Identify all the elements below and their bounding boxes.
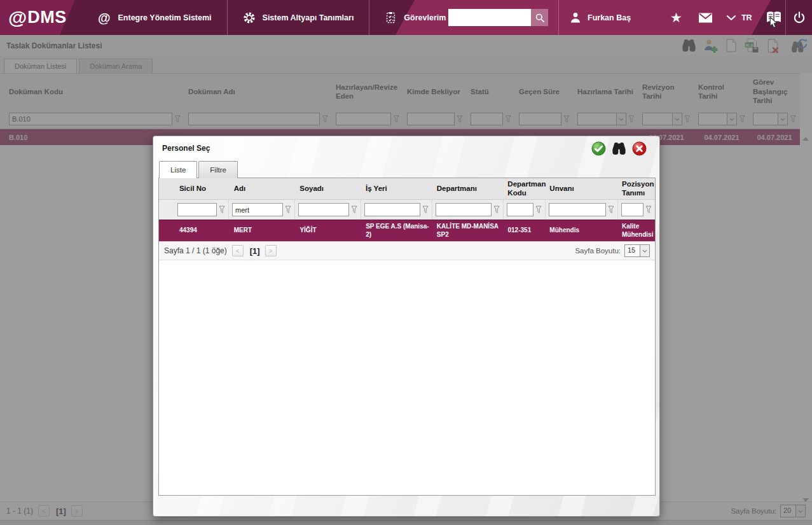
funnel-icon[interactable]: [219, 206, 225, 214]
pager-info: Sayfa 1 / 1 (1 öğe): [164, 246, 227, 255]
close-button[interactable]: [632, 141, 647, 156]
binoculars-icon: [612, 142, 626, 155]
column-header[interactable]: Pozisyon Tanımı: [618, 180, 655, 198]
page-size-label: Sayfa Boyutu:: [575, 247, 621, 255]
pager-prev-button[interactable]: <: [232, 245, 244, 256]
menu-item-label: Entegre Yönetim Sistemi: [118, 13, 212, 22]
dialog-footer: [153, 495, 659, 516]
tab-liste[interactable]: Liste: [159, 161, 197, 178]
topbar-separator: [558, 0, 559, 35]
funnel-icon[interactable]: [535, 206, 542, 214]
cell-departman-kodu: 012-351: [504, 227, 546, 235]
filter-cell-sicil-no: [174, 200, 229, 220]
language-label[interactable]: TR: [741, 13, 752, 22]
funnel-icon[interactable]: [285, 206, 291, 214]
personel-pager: Sayfa 1 / 1 (1 öğe) < [1] > Sayfa Boyutu…: [159, 241, 655, 260]
personel-grid-header: Sicil No Adı Soyadı İş Yeri Departmanı D…: [159, 178, 655, 200]
filter-input-departman-kodu[interactable]: [507, 203, 533, 216]
cell-pozisyon-tanimi: Kalite Mühendisi: [618, 223, 655, 239]
dialog-search-button[interactable]: [612, 141, 626, 156]
cell-is-yeri: SP EGE A.S (Manisa-2): [362, 223, 433, 239]
star-icon[interactable]: ★: [670, 11, 682, 24]
tab-filtre[interactable]: Filtre: [198, 161, 238, 178]
page-size-select[interactable]: 15: [624, 244, 650, 257]
topbar-menu: @ Entegre Yönetim Sistemi Sistem Altyapı…: [83, 0, 461, 35]
personel-sec-dialog: Personel Seç Liste Filtre Sicil No: [153, 136, 660, 517]
red-close-icon: [632, 141, 647, 156]
logout-button[interactable]: [785, 0, 812, 35]
select-arrow-icon: [640, 245, 649, 256]
menu-item-gorevlerim[interactable]: Görevlerim: [369, 0, 461, 35]
cell-soyadi: YİĞİT: [296, 227, 362, 235]
qdms-app: @ DMS @ Entegre Yönetim Sistemi Sistem A…: [0, 0, 812, 525]
column-header[interactable]: Sicil No: [175, 185, 230, 193]
filter-cell-is-yeri: [361, 200, 432, 220]
filter-input-is-yeri[interactable]: [364, 203, 420, 216]
cell-unvani: Mühendis: [546, 227, 618, 235]
gear-icon: [243, 11, 256, 24]
dialog-tabs: Liste Filtre: [159, 161, 238, 178]
cell-adi: MERT: [230, 227, 296, 235]
global-search-input[interactable]: [448, 9, 531, 26]
magnifier-icon: [535, 13, 545, 23]
page-size-value: 15: [625, 245, 640, 256]
filter-input-departmani[interactable]: [436, 203, 492, 216]
topbar-user-area: Furkan Baş ★ TR: [558, 0, 752, 35]
funnel-icon[interactable]: [608, 206, 614, 214]
tasks-clipboard-icon: [385, 11, 397, 24]
person-icon: [569, 11, 582, 24]
personel-filter-row: [159, 200, 655, 220]
qdms-logo-text: DMS: [27, 8, 67, 27]
column-header[interactable]: Soyadı: [296, 185, 362, 193]
funnel-icon[interactable]: [351, 206, 357, 214]
mail-icon: [698, 11, 713, 24]
cell-sicil-no: 44394: [175, 227, 230, 235]
mouse-cursor: [769, 17, 778, 29]
chevron-down-icon: [726, 15, 736, 21]
filter-cell-soyadi: [295, 200, 361, 220]
power-icon: [792, 11, 806, 25]
filter-cell-departmani: [432, 200, 504, 220]
filter-cell-unvani: [546, 200, 618, 220]
qdms-icon: @: [98, 11, 111, 24]
dialog-title: Personel Seç: [162, 144, 210, 153]
filter-input-adi[interactable]: [232, 203, 283, 216]
cell-departmani: KALİTE MD-MANİSA SP2: [433, 223, 504, 239]
user-name[interactable]: Furkan Baş: [588, 13, 631, 22]
column-header[interactable]: Unvanı: [546, 185, 618, 193]
filter-cell-pozisyon: [618, 200, 655, 220]
menu-item-label: Sistem Altyapı Tanımları: [263, 13, 354, 22]
menu-item-entegre-yonetim-sistemi[interactable]: @ Entegre Yönetim Sistemi: [83, 0, 227, 35]
messages-button[interactable]: [698, 11, 713, 24]
global-search-button[interactable]: [531, 9, 548, 26]
filter-input-pozisyon[interactable]: [621, 203, 643, 216]
global-search: [448, 9, 548, 26]
filter-input-unvani[interactable]: [549, 203, 606, 216]
qdms-logo-at-icon: @: [8, 8, 27, 27]
column-header[interactable]: İş Yeri: [362, 185, 433, 193]
column-header[interactable]: Departmanı: [433, 185, 504, 193]
filter-cell-adi: [229, 200, 295, 220]
menu-item-sistem-altyapi-tanimlari[interactable]: Sistem Altyapı Tanımları: [228, 0, 369, 35]
dialog-buttons: [591, 141, 647, 156]
funnel-icon[interactable]: [422, 206, 429, 214]
qdms-logo[interactable]: @ DMS: [0, 0, 75, 35]
column-header[interactable]: Adı: [230, 185, 296, 193]
column-header[interactable]: Departman Kodu: [504, 180, 546, 198]
menu-item-label: Görevlerim: [404, 13, 446, 22]
pager-current-page[interactable]: [1]: [250, 246, 260, 256]
personel-row-selected[interactable]: 44394 MERT YİĞİT SP EGE A.S (Manisa-2) K…: [159, 220, 655, 241]
funnel-icon[interactable]: [493, 206, 500, 214]
personel-grid-panel: Sicil No Adı Soyadı İş Yeri Departmanı D…: [158, 178, 656, 496]
pager-next-button[interactable]: >: [265, 245, 277, 256]
filter-input-soyadi[interactable]: [298, 203, 349, 216]
user-menu-chevron[interactable]: [726, 15, 736, 21]
filter-input-sicil-no[interactable]: [177, 203, 217, 216]
dialog-header[interactable]: Personel Seç: [153, 136, 659, 160]
filter-cell-empty: [159, 200, 174, 220]
confirm-button[interactable]: [591, 141, 606, 156]
green-check-icon: [591, 141, 606, 156]
funnel-icon[interactable]: [645, 206, 652, 214]
filter-cell-departman-kodu: [504, 200, 546, 220]
topbar: @ DMS @ Entegre Yönetim Sistemi Sistem A…: [0, 0, 812, 35]
